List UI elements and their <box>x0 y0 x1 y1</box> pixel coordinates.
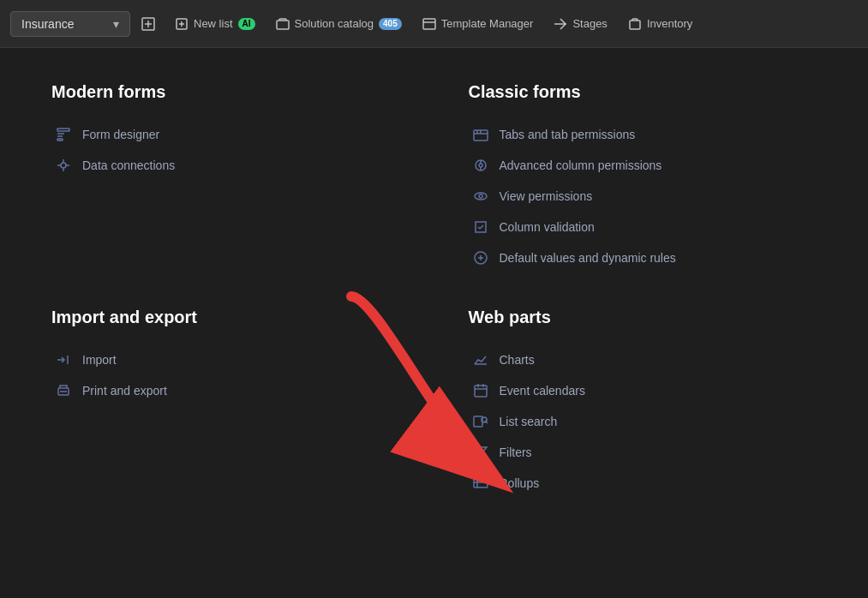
import-export-section: Import and export Import Print and expor… <box>51 308 400 499</box>
svg-point-28 <box>479 194 482 198</box>
rollups-item[interactable]: Rollups <box>469 468 817 499</box>
form-designer-icon <box>55 126 72 143</box>
print-export-icon <box>55 382 72 399</box>
list-search-icon <box>472 413 489 430</box>
charts-icon <box>472 351 489 368</box>
default-values-label: Default values and dynamic rules <box>500 251 676 265</box>
new-list-badge: AI <box>238 18 255 30</box>
filters-icon <box>472 444 489 461</box>
svg-rect-9 <box>630 21 640 29</box>
data-connections-label: Data connections <box>82 158 175 172</box>
default-values-item[interactable]: Default values and dynamic rules <box>469 242 817 273</box>
template-manager-nav[interactable]: Template Manager <box>414 12 542 36</box>
solution-catalog-label: Solution catalog <box>295 17 374 30</box>
rollups-label: Rollups <box>500 476 540 490</box>
svg-rect-36 <box>475 386 487 397</box>
svg-rect-13 <box>57 139 63 141</box>
column-validation-label: Column validation <box>500 220 595 234</box>
data-connections-item[interactable]: Data connections <box>51 150 400 181</box>
modern-forms-section: Modern forms Form designer Data connecti… <box>51 82 400 273</box>
svg-rect-40 <box>474 416 482 427</box>
tabs-permissions-label: Tabs and tab permissions <box>500 128 636 141</box>
advanced-column-permissions-icon <box>472 157 489 174</box>
filters-label: Filters <box>500 446 532 459</box>
import-icon <box>55 351 72 368</box>
list-search-item[interactable]: List search <box>469 406 817 437</box>
event-calendars-label: Event calendars <box>500 384 585 398</box>
view-permissions-item[interactable]: View permissions <box>469 181 817 212</box>
default-values-icon <box>472 249 489 266</box>
svg-line-30 <box>480 225 483 229</box>
svg-point-27 <box>475 193 487 200</box>
view-permissions-label: View permissions <box>500 189 593 203</box>
web-parts-section: Web parts Charts Event calendars List se… <box>469 308 817 499</box>
svg-point-14 <box>61 163 66 168</box>
stages-nav[interactable]: Stages <box>545 12 615 36</box>
svg-rect-7 <box>423 19 435 29</box>
form-designer-item[interactable]: Form designer <box>51 119 400 150</box>
classic-forms-section: Classic forms Tabs and tab permissions A… <box>469 82 817 273</box>
charts-label: Charts <box>500 353 535 367</box>
column-validation-icon <box>472 218 489 236</box>
import-item[interactable]: Import <box>51 344 400 375</box>
svg-marker-43 <box>475 447 487 458</box>
template-manager-label: Template Manager <box>441 17 534 30</box>
data-connections-icon <box>55 157 72 174</box>
form-designer-label: Form designer <box>82 128 159 141</box>
event-calendars-item[interactable]: Event calendars <box>469 375 817 406</box>
svg-rect-6 <box>277 21 289 29</box>
print-export-label: Print and export <box>82 384 167 398</box>
new-tab-icon-btn[interactable] <box>134 11 163 37</box>
rollups-icon <box>472 475 489 492</box>
charts-item[interactable]: Charts <box>469 344 817 375</box>
main-content: Modern forms Form designer Data connecti… <box>0 48 868 533</box>
print-export-item[interactable]: Print and export <box>51 375 400 406</box>
new-list-label: New list <box>194 17 233 30</box>
insurance-dropdown[interactable]: Insurance ▾ <box>10 11 130 37</box>
import-label: Import <box>82 353 117 367</box>
chevron-down-icon: ▾ <box>113 17 119 31</box>
advanced-column-permissions-item[interactable]: Advanced column permissions <box>469 150 817 181</box>
classic-forms-title: Classic forms <box>469 82 817 102</box>
event-calendars-icon <box>472 382 489 399</box>
modern-forms-title: Modern forms <box>51 82 400 102</box>
view-permissions-icon <box>472 188 489 205</box>
list-search-label: List search <box>500 415 558 428</box>
inventory-label: Inventory <box>647 17 692 30</box>
column-validation-item[interactable]: Column validation <box>469 212 817 242</box>
filters-item[interactable]: Filters <box>469 437 817 468</box>
new-list-nav[interactable]: New list AI <box>166 12 264 36</box>
stages-label: Stages <box>572 17 607 30</box>
import-export-title: Import and export <box>51 308 400 327</box>
tabs-permissions-icon <box>472 126 489 143</box>
topbar: Insurance ▾ New list AI Solution catalog… <box>0 0 868 48</box>
web-parts-title: Web parts <box>469 308 817 327</box>
inventory-nav[interactable]: Inventory <box>620 12 701 36</box>
tabs-permissions-item[interactable]: Tabs and tab permissions <box>469 119 817 150</box>
solution-catalog-nav[interactable]: Solution catalog 405 <box>267 12 410 36</box>
svg-rect-44 <box>474 479 488 487</box>
advanced-column-permissions-label: Advanced column permissions <box>500 158 662 172</box>
svg-point-24 <box>479 164 482 167</box>
dropdown-label: Insurance <box>21 17 74 31</box>
solution-catalog-badge: 405 <box>379 18 402 30</box>
svg-rect-10 <box>57 129 69 131</box>
